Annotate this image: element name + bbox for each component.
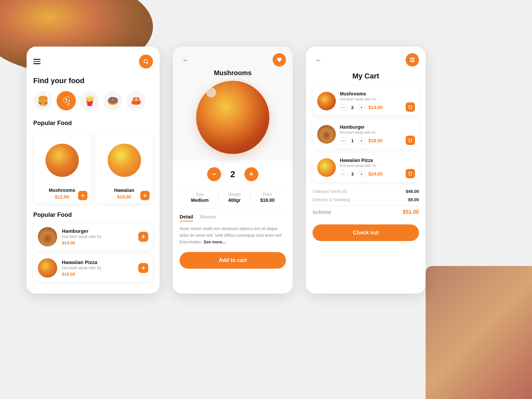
cart-mushrooms-qty-row: − 2 + $14.00 [340, 104, 414, 111]
category-fries[interactable]: 🍟 [80, 91, 99, 110]
screen-food-list: Find your food 🍔 🍕 🍟 🍩 🦀 Popular Food Mu… [27, 47, 160, 294]
spec-price-label: Price [260, 192, 275, 197]
cart-hamburger-qty: 1 [350, 138, 354, 143]
hamburger-info: Hamburger Hot beef steak with fry $14.00 [62, 228, 138, 245]
popular-card-mushrooms: Mushrooms $12.00 + [33, 131, 91, 203]
screen2-nav: ← [180, 53, 286, 66]
spec-size-value: Medium [191, 198, 208, 203]
cart-item-mushrooms: Mushrooms Hot beef steak with fry − 2 + … [313, 86, 419, 116]
bg-pizza-bottom-right [426, 266, 532, 399]
spec-size: Size Medium [191, 192, 208, 203]
hawaiian-pizza-name: Hawaiian Pizza [62, 259, 138, 265]
menu-icon[interactable] [33, 59, 41, 64]
summary-divider [313, 205, 419, 206]
hamburger-add-button[interactable]: + [138, 232, 148, 242]
category-pizza[interactable]: 🍕 [57, 91, 76, 110]
hawaiian-image [100, 136, 148, 184]
hawaiian-pizza-circle [108, 144, 141, 177]
detail-description: Amet minim mollit non deserunt ullamco e… [173, 221, 293, 252]
food-list: Hamburger Hot beef steak with fry $14.00… [33, 223, 153, 282]
svg-line-1 [147, 63, 148, 64]
hawaiian-add-button[interactable]: + [140, 191, 150, 200]
food-detail-image-wrap [180, 81, 286, 161]
checkout-button[interactable]: Check out [313, 224, 419, 241]
spec-price-value: $18.00 [260, 198, 275, 203]
cart-hamburger-desc: Hot beef steak with fry [340, 130, 414, 134]
screen-food-detail: ← Mushrooms − 2 + Size Medium Weight [173, 47, 293, 294]
hawaiian-pizza-price: $16.00 [62, 272, 138, 277]
spec-weight-label: Weight [228, 192, 240, 197]
food-detail-title: Mushrooms [180, 69, 286, 77]
clear-cart-button[interactable] [406, 53, 419, 66]
screen1-header [33, 55, 153, 68]
svg-point-0 [144, 60, 148, 63]
cart-mushrooms-decrease[interactable]: − [340, 104, 347, 111]
cart-mushrooms-price: $14.00 [368, 105, 383, 110]
category-row: 🍔 🍕 🍟 🍩 🦀 [33, 91, 153, 110]
selected-items-row: Selected items (6) $46.00 [313, 189, 419, 194]
cart-mushrooms-desc: Hot beef steak with fry [340, 97, 414, 101]
spec-weight: Weight 400gr [228, 192, 240, 203]
tab-detail[interactable]: Detail [180, 214, 193, 221]
delivery-row: Delivery & handling $5.00 [313, 197, 419, 202]
cart-hamburger-decrease[interactable]: − [340, 137, 347, 144]
tab-review[interactable]: Review [200, 214, 216, 221]
category-crab[interactable]: 🦀 [126, 91, 146, 110]
spec-divider-1 [218, 192, 218, 203]
cart-item-hamburger: Hamburger Hot beef steak with fry − 1 + … [313, 120, 419, 149]
hamburger-name: Hamburger [62, 228, 138, 234]
cart-hamburger-delete[interactable] [406, 136, 415, 145]
search-button[interactable] [139, 55, 153, 68]
cart-mushrooms-increase[interactable]: + [358, 104, 365, 111]
cart-hamburger-name: Hamburger [340, 124, 414, 130]
popular-section1-title: Popular Food [33, 120, 153, 127]
cart-hawaiian-delete[interactable] [406, 169, 415, 178]
cart-hawaiian-increase[interactable]: + [358, 170, 365, 178]
cart-hawaiian-price: $24.00 [368, 171, 383, 177]
see-more-link[interactable]: See more... [203, 240, 226, 244]
cart-mushrooms-info: Mushrooms Hot beef steak with fry − 2 + … [340, 91, 414, 111]
subtotal-label: Subtotal [313, 209, 331, 215]
add-to-cart-button[interactable]: Add to cart [180, 252, 286, 269]
back-button[interactable]: ← [180, 54, 192, 66]
hawaiian-pizza-image [38, 258, 57, 278]
screens-container: Find your food 🍔 🍕 🍟 🍩 🦀 Popular Food Mu… [27, 47, 426, 294]
spec-size-label: Size [191, 192, 208, 197]
delivery-value: $5.00 [408, 197, 419, 202]
cart-mushrooms-image [317, 92, 336, 110]
detail-specs: Size Medium Weight 400gr Price $18.00 [180, 187, 286, 208]
cart-hamburger-price: $18.00 [368, 138, 383, 143]
cart-hamburger-image [317, 125, 336, 144]
quantity-decrease-button[interactable]: − [207, 167, 221, 181]
screen-cart: ← My Cart Mushrooms Hot beef steak with … [306, 47, 426, 294]
favorite-button[interactable] [273, 53, 286, 66]
hamburger-image [38, 227, 57, 246]
food-detail-image [196, 81, 269, 154]
quantity-increase-button[interactable]: + [244, 167, 258, 181]
cart-hawaiian-desc: Hot beef steak with fry [340, 164, 414, 168]
popular-grid: Mushrooms $12.00 + Hawaiian $18.00 + [33, 131, 153, 203]
subtotal-row: Subtotal $51.00 [313, 209, 419, 215]
cart-hawaiian-decrease[interactable]: − [340, 170, 347, 178]
list-item-hamburger: Hamburger Hot beef steak with fry $14.00… [33, 223, 153, 250]
screen2-top-area: ← Mushrooms [173, 47, 293, 161]
cart-hamburger-increase[interactable]: + [358, 137, 365, 144]
quantity-value: 2 [228, 169, 238, 180]
hawaiian-pizza-add-button[interactable]: + [138, 263, 148, 273]
mushrooms-add-button[interactable]: + [78, 191, 87, 200]
hawaiian-pizza-desc: Hot beef steak with fry [62, 266, 138, 270]
category-donut[interactable]: 🍩 [103, 91, 122, 110]
cart-title: My Cart [313, 72, 419, 80]
list-item-hawaiian-pizza: Hawaiian Pizza Hot beef steak with fry $… [33, 254, 153, 282]
cart-back-button[interactable]: ← [313, 54, 325, 66]
cart-hawaiian-info: Hawaiian Pizza Hot beef steak with fry −… [340, 158, 414, 178]
cart-mushrooms-qty: 2 [350, 105, 354, 110]
popular-section2-title: Popular Food [33, 211, 153, 218]
hamburger-price: $14.00 [62, 240, 138, 245]
hawaiian-pizza-info: Hawaiian Pizza Hot beef steak with fry $… [62, 259, 138, 277]
find-food-title: Find your food [33, 76, 153, 85]
mushrooms-pizza-circle [46, 144, 79, 177]
cart-mushrooms-name: Mushrooms [340, 91, 414, 96]
category-burger[interactable]: 🍔 [33, 91, 53, 110]
cart-mushrooms-delete[interactable] [406, 102, 415, 112]
